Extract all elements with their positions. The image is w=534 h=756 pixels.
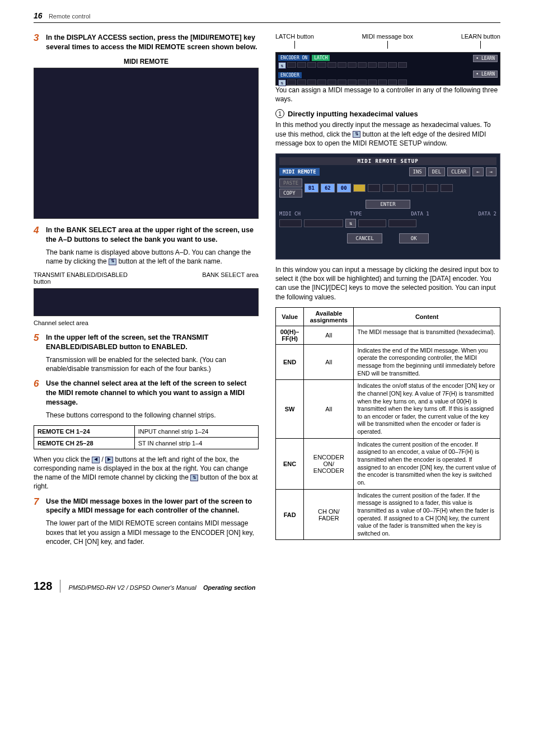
cancel-button: CANCEL — [347, 233, 382, 243]
setup-title: MIDI REMOTE SETUP — [279, 157, 496, 165]
step-text: In the BANK SELECT area at the upper rig… — [46, 226, 259, 245]
cell-assign: ENCODER ON/ ENCODER — [304, 438, 354, 489]
table-row: END All Indicates the end of the MIDI me… — [276, 344, 500, 380]
hex-row: ⇅ — [278, 62, 498, 69]
spinner-icon: ⇅ — [190, 475, 198, 481]
remote-channel-table: REMOTE CH 1–24 INPUT channel strip 1–24 … — [34, 425, 259, 449]
data1-label: DATA 1 — [411, 211, 429, 217]
value-table: Value Available assignments Content 00(H… — [275, 307, 500, 541]
arrow-right-icon: ▶ — [105, 457, 113, 463]
table-row: SW All Indicates the on/off status of th… — [276, 380, 500, 438]
encoder-on-label: ENCODER ON — [278, 55, 310, 61]
step-number: 6 — [34, 379, 43, 407]
right-intro-text: You can assign a MIDI message to a contr… — [275, 86, 500, 104]
step-number: 4 — [34, 226, 43, 245]
step-5: 5 In the upper left of the screen, set t… — [34, 333, 259, 352]
ins-button: INS — [409, 167, 426, 176]
cell: INPUT channel strip 1–24 — [134, 425, 258, 437]
cell-content: Indicates the end of the MIDI message. W… — [354, 344, 500, 380]
step-6-body: These buttons correspond to the followin… — [46, 411, 259, 420]
hex-row: ⇅ — [278, 79, 498, 86]
learn-button: • LEARN — [473, 55, 498, 62]
spinner-icon: ⇅ — [278, 79, 286, 86]
footer-manual-name: PM5D/PM5D-RH V2 / DSP5D Owner's Manual — [68, 584, 196, 591]
callout-label: LATCH button — [275, 33, 314, 40]
cell-value: FAD — [276, 489, 304, 540]
cell-assign: All — [304, 380, 354, 438]
cell: REMOTE CH 1–24 — [34, 425, 135, 437]
footer-page-number: 128 — [34, 580, 60, 593]
table-row: ENC ENCODER ON/ ENCODER Indicates the cu… — [276, 438, 500, 489]
step-4-body: The bank name is displayed above buttons… — [46, 248, 259, 266]
step-number: 5 — [34, 333, 43, 352]
cell-assign: All — [304, 344, 354, 380]
cell-content: Indicates the current position of the en… — [354, 438, 500, 489]
after-table-6-text: When you click the ◀ / ▶ buttons at the … — [34, 455, 259, 491]
callout-label: LEARN button — [461, 33, 500, 40]
th-assignments: Available assignments — [304, 307, 354, 326]
arrow-right-button: → — [486, 167, 496, 176]
callout-midi-message-box: MIDI message box — [362, 33, 413, 50]
step-4: 4 In the BANK SELECT area at the upper r… — [34, 226, 259, 245]
hex-value: 00 — [337, 184, 351, 192]
cell-content: The MIDI message that is transmitted (he… — [354, 326, 500, 344]
arrow-left-icon: ◀ — [92, 457, 100, 463]
setup-label: MIDI REMOTE — [279, 168, 320, 176]
table-row: 00(H)–FF(H) All The MIDI message that is… — [276, 326, 500, 344]
latch-label: LATCH — [312, 55, 330, 61]
cell: REMOTE CH 25–28 — [34, 437, 135, 449]
spinner-icon: ⇅ — [278, 62, 286, 69]
step-number: 7 — [34, 497, 43, 516]
callout-label: MIDI message box — [362, 33, 413, 40]
step-5-body: Transmission will be enabled for the sel… — [46, 355, 259, 373]
data2-label: DATA 2 — [478, 211, 496, 217]
circled-number-icon: 1 — [275, 109, 284, 118]
cell-value: 00(H)–FF(H) — [276, 326, 304, 344]
figure-midi-remote-screen — [34, 68, 259, 219]
subheading-text: Directly inputting hexadecimal values — [288, 110, 418, 118]
table-row: REMOTE CH 25–28 ST IN channel strip 1–4 — [34, 437, 259, 449]
copy-button: COPY — [279, 189, 302, 198]
section-label: Remote control — [49, 13, 91, 20]
callout-latch-button: LATCH button — [275, 33, 314, 50]
step-text: In the upper left of the screen, set the… — [46, 333, 259, 352]
table-header-row: Value Available assignments Content — [276, 307, 500, 326]
sub1-body-text: In this method you directly input the me… — [275, 120, 500, 148]
page-footer: 128 PM5D/PM5D-RH V2 / DSP5D Owner's Manu… — [34, 580, 500, 593]
cell-content: Indicates the current position of the fa… — [354, 489, 500, 540]
figure-midi-remote-setup: MIDI REMOTE SETUP MIDI REMOTE INS DEL CL… — [275, 153, 500, 260]
step-text: Use the channel select area at the left … — [46, 379, 259, 407]
callout-bank-select: BANK SELECT area — [147, 271, 259, 285]
hex-value: B1 — [305, 184, 318, 192]
callout-line-icon — [387, 41, 388, 49]
step-text: Use the MIDI message boxes in the lower … — [46, 497, 259, 516]
step-3: 3 In the DISPLAY ACCESS section, press t… — [34, 33, 259, 52]
cell-value: END — [276, 344, 304, 380]
callout-channel-select: Channel select area — [34, 320, 259, 326]
step-number: 3 — [34, 33, 43, 52]
table-row: FAD CH ON/ FADER Indicates the current p… — [276, 489, 500, 540]
content-columns: 3 In the DISPLAY ACCESS section, press t… — [34, 33, 500, 552]
page-number-top: 16 — [34, 11, 43, 20]
encoder-label: ENCODER — [278, 72, 302, 78]
paste-button: PASTE — [279, 179, 302, 187]
th-content: Content — [354, 307, 500, 326]
figure-bank-select — [34, 288, 259, 316]
figure-learn-block: ENCODER ON LATCH • LEARN ⇅ ENCODER • LEA… — [275, 52, 500, 86]
step-7-body: The lower part of the MIDI REMOTE screen… — [46, 519, 259, 546]
ok-button: OK — [399, 233, 429, 243]
learn-button: • LEARN — [473, 71, 498, 78]
enter-button: ENTER — [366, 200, 410, 209]
step-6: 6 Use the channel select area at the lef… — [34, 379, 259, 407]
callout-line-icon — [480, 41, 481, 49]
midich-label: MIDI CH — [279, 211, 301, 217]
spinner-icon: ⇅ — [109, 259, 116, 265]
subheading-direct-input: 1 Directly inputting hexadecimal values — [275, 109, 500, 118]
del-button: DEL — [428, 167, 445, 176]
spinner-icon: ⇅ — [345, 219, 356, 228]
footer-text: PM5D/PM5D-RH V2 / DSP5D Owner's Manual O… — [68, 584, 255, 591]
spinner-icon: ⇅ — [353, 131, 360, 138]
th-value: Value — [276, 307, 304, 326]
callout-transmit-button: TRANSMIT ENABLED/DISABLED button — [34, 271, 145, 285]
clear-button: CLEAR — [447, 167, 470, 176]
